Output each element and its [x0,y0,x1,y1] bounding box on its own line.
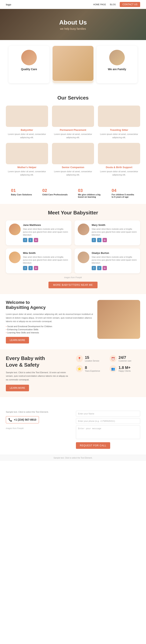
stat-2: 02 Child Care Professionals [42,188,68,198]
babysitter-name-2: Mary Smith [92,224,137,226]
meet-section: Meet Your Babysitter Jane Matthews Glae … [0,204,146,294]
service-title-senior: Senior Companion [52,166,94,169]
welcome-title: Welcome to Babysitting Agency [6,300,93,310]
baby-section: Every Baby with Love & Safety Sample tex… [0,349,146,397]
location-icon: 📍 [76,355,83,362]
service-doula: Doula & Birth Support Lorem ipsum dolor … [98,143,140,176]
welcome-content: Welcome to Babysitting Agency Lorem ipsu… [6,300,93,344]
spacer [0,397,146,405]
card-we-are-family: We are Family [97,46,137,83]
instagram-icon-1[interactable]: in [34,238,38,242]
footer-left-text: Sample text. Click to select the Text El… [6,411,70,413]
service-desc-permanent: Lorem ipsum dolor sit amet, consectetur … [52,132,94,139]
twitter-icon-4[interactable]: t [97,266,101,270]
stat-label-1: Baby Care Solutions [11,194,32,196]
babysitter-card-3: Mila Smith Glae amet nitnsl libero moles… [6,248,71,273]
service-img-permanent [52,106,94,127]
babysitter-card-1: Jane Matthews Glae amet nitnsl libero mo… [6,220,71,245]
nav-cta-button[interactable]: contact us [120,2,140,7]
stat-num-3: 03 [78,188,101,193]
facebook-icon-3[interactable]: f [23,266,27,270]
service-title-permanent: Permanent Placement [52,128,94,132]
babysitter-text-2: Glae amet nitnsl libero molestie ante ut… [92,228,137,236]
babysitter-info-2: Mary Smith Glae amet nitnsl libero moles… [92,224,137,242]
babysitter-info-1: Jane Matthews Glae amet nitnsl libero mo… [23,224,68,242]
babysitter-avatar-1 [9,224,21,235]
babysitter-info-3: Mila Smith Glae amet nitnsl libero moles… [23,252,68,270]
meet-title: Meet Your Babysitter [6,210,140,216]
babysitter-avatar-2 [78,224,89,235]
more-babysitters-button[interactable]: MORE BABYSITTERS NEAR ME [49,282,97,288]
babysitter-avatar-4 [78,252,89,263]
footer-contact: Sample text. Click to select the Text El… [0,405,146,455]
baby-stats: 📍 15 Location Service ⏰ 24/7 Customer ca… [76,355,140,391]
baby-stat-3: ⭐ 8 Years Experience [76,365,106,372]
hero-title: About Us [59,19,87,26]
service-senior: Senior Companion Lorem ipsum dolor sit a… [52,143,94,176]
footer-form: REQUEST FOR CALL [76,411,140,449]
nav-blog[interactable]: BLOG [110,3,116,6]
baby-title: Every Baby with Love & Safety [6,355,70,368]
welcome-list-item-1: Social and Emotional Development for Chi… [6,325,93,328]
services-grid: Babysitter Lorem ipsum dolor sit amet, c… [6,106,140,176]
babysitter-grid: Jane Matthews Glae amet nitnsl libero mo… [6,220,140,273]
form-phone-input[interactable] [76,418,140,424]
footer-phone-number: +1 (234) 567-8910 [14,418,36,421]
instagram-icon-4[interactable]: in [103,266,107,270]
welcome-learn-button[interactable]: LEARN MORE [6,337,29,344]
card-img-center [53,46,93,81]
babysitter-info-4: Gladys Burton Glae amet nitnsl libero mo… [92,252,137,270]
form-message-input[interactable] [76,426,140,439]
babysitter-name-1: Jane Matthews [23,224,68,226]
people-icon: 👥 [110,365,117,372]
baby-stat-num-4: 1.8 M+ [118,366,131,370]
social-icons-1: f t in [23,238,68,242]
facebook-icon-2[interactable]: f [92,238,96,242]
babysitter-text-1: Glae amet nitnsl libero molestie ante ut… [23,228,68,236]
baby-stat-label-4: Happy Clients [118,370,131,372]
welcome-text: Lorem ipsum dolor sit amet, consectetur … [6,312,93,323]
hero-section: About Us we help busy families [0,9,146,40]
baby-stat-num-1: 15 [85,355,99,360]
twitter-icon-1[interactable]: t [28,238,33,242]
twitter-icon-2[interactable]: t [97,238,101,242]
baby-stat-2: ⏰ 24/7 Customer care [110,355,140,362]
instagram-icon-3[interactable]: in [34,266,38,270]
baby-text: Sample text. Click to select the Text El… [6,371,70,382]
stat-3: 03 We give children a big boost on learn… [78,188,101,198]
twitter-icon-3[interactable]: t [28,266,33,270]
form-submit-button[interactable]: REQUEST FOR CALL [76,442,110,449]
service-title-babysitter: Babysitter [6,128,48,132]
footer-phone-box[interactable]: 📞 +1 (234) 567-8910 [6,416,39,423]
service-img-mothers [6,143,48,164]
stat-label-2: Child Care Professionals [42,194,68,196]
nav-home[interactable]: HOME PAGE [93,3,106,6]
card-quality-care: Quality Care [9,46,49,83]
babysitter-card-2: Mary Smith Glae amet nitnsl libero moles… [75,220,140,245]
stats-section: 01 Baby Care Solutions 02 Child Care Pro… [0,182,146,204]
hero-subtitle: we help busy families [60,27,86,30]
baby-stat-label-3: Years Experience [85,370,100,372]
stat-label-4: For children 5 months to 6 years of age [111,194,135,198]
baby-stat-label-1: Location Service [85,360,99,362]
baby-stat-4: 👥 1.8 M+ Happy Clients [110,365,140,372]
services-section: Our Services Babysitter Lorem ipsum dolo… [0,89,146,182]
service-traveling: Traveling Sitter Lorem ipsum dolor sit a… [98,106,140,139]
babysitter-text-3: Glae amet nitnsl libero molestie ante ut… [23,256,68,264]
nav-logo: logo [6,3,11,6]
babysitter-text-4: Glae amet nitnsl libero molestie ante ut… [92,256,137,264]
service-title-doula: Doula & Birth Support [98,166,140,169]
babysitter-card-4: Gladys Burton Glae amet nitnsl libero mo… [75,248,140,273]
instagram-icon-2[interactable]: in [103,238,107,242]
form-name-input[interactable] [76,411,140,416]
welcome-list-item-2: Enhancing Communication Skills [6,328,93,331]
card-title-quality-care: Quality Care [13,68,46,71]
services-title: Our Services [6,95,140,101]
facebook-icon-4[interactable]: f [92,266,96,270]
baby-stat-1: 📍 15 Location Service [76,355,106,362]
card-center [53,46,93,83]
baby-learn-button[interactable]: LEARN MORE [6,385,29,391]
stat-num-1: 01 [11,188,32,193]
service-babysitter: Babysitter Lorem ipsum dolor sit amet, c… [6,106,48,139]
facebook-icon-1[interactable]: f [23,238,27,242]
